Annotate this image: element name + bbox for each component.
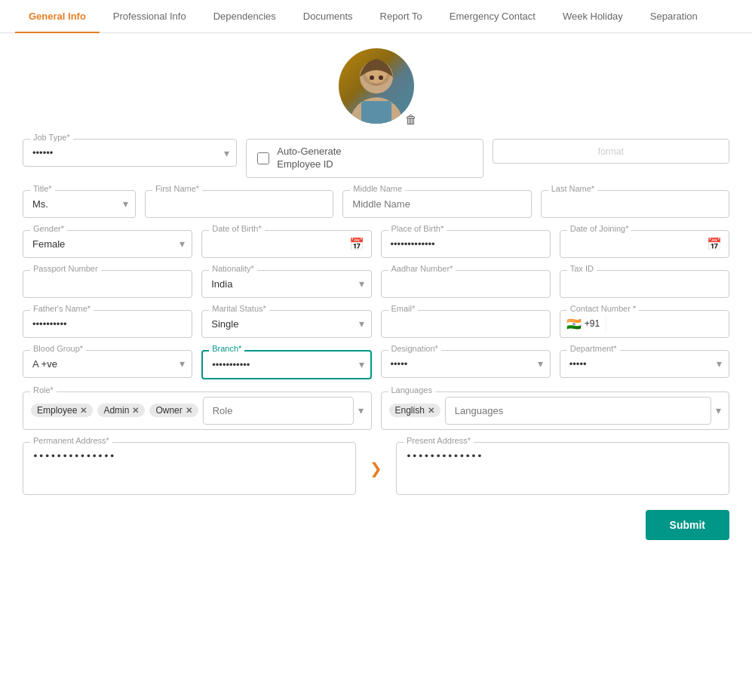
avatar-wrapper: 🗑 — [339, 48, 414, 124]
branch-select[interactable]: ••••••••••• — [201, 350, 371, 379]
tab-report-to[interactable]: Report To — [367, 0, 436, 32]
title-field: Title* Ms. Mr. Dr. — [23, 190, 136, 218]
india-flag-icon: 🇮🇳 — [566, 317, 582, 331]
row-job-type: Job Type* •••••• Auto-GenerateEmployee I… — [23, 139, 729, 178]
row-name: Title* Ms. Mr. Dr. First Name* Aswathy M… — [23, 190, 729, 218]
place-of-birth-label: Place of Birth* — [388, 224, 447, 233]
job-type-select[interactable]: •••••• — [23, 139, 237, 167]
tab-dependencies[interactable]: Dependencies — [200, 0, 290, 32]
aadhar-label: Aadhar Number* — [388, 264, 456, 273]
submit-row: Submit — [23, 510, 729, 540]
row-blood: Blood Group* A +ve B +ve O +ve Branch* •… — [23, 350, 729, 379]
tag-employee: Employee ✕ — [31, 404, 93, 417]
email-label: Email* — [388, 304, 419, 313]
remove-employee-tag[interactable]: ✕ — [80, 406, 87, 416]
date-joining-input[interactable]: 01/01/2020 — [560, 230, 729, 258]
tax-id-field: Tax ID 00000 — [560, 270, 729, 298]
department-select[interactable]: ••••• — [560, 350, 729, 378]
languages-field: Languages English ✕ ▾ — [381, 391, 730, 430]
marital-status-label: Marital Status* — [209, 304, 269, 313]
row-address: Permanent Address* •••••••••••••• ❯ Pres… — [23, 442, 729, 495]
tag-admin: Admin ✕ — [97, 404, 145, 417]
designation-select[interactable]: ••••• — [381, 350, 551, 378]
middle-name-input[interactable] — [342, 190, 531, 218]
aadhar-input[interactable]: 00000 — [381, 270, 551, 298]
father-name-label: Father's Name* — [30, 304, 94, 313]
contact-input[interactable]: 98000-00000 — [606, 311, 729, 337]
tab-separation[interactable]: Separation — [637, 0, 711, 32]
languages-dropdown-icon[interactable]: ▾ — [716, 404, 721, 416]
role-input[interactable] — [203, 397, 354, 425]
tab-emergency-contact[interactable]: Emergency Contact — [436, 0, 549, 32]
aadhar-field: Aadhar Number* 00000 — [381, 270, 551, 298]
branch-label: Branch* — [209, 344, 244, 353]
dob-field: Date of Birth* 25/01/1997 📅 — [201, 230, 371, 258]
marital-status-select[interactable]: Single Married — [201, 310, 371, 338]
tab-week-holiday[interactable]: Week Holiday — [549, 0, 637, 32]
first-name-label: First Name* — [152, 184, 202, 193]
place-of-birth-input[interactable] — [381, 230, 551, 258]
avatar[interactable] — [339, 48, 414, 124]
auto-generate-checkbox[interactable] — [257, 152, 269, 164]
blood-group-field: Blood Group* A +ve B +ve O +ve — [23, 350, 192, 378]
passport-label: Passport Number — [30, 264, 101, 273]
tab-general-info[interactable]: General Info — [15, 0, 100, 32]
tab-documents[interactable]: Documents — [290, 0, 367, 32]
languages-label: Languages — [388, 385, 435, 395]
svg-rect-7 — [361, 101, 391, 124]
permanent-address-input[interactable]: •••••••••••••• — [23, 442, 356, 495]
tax-id-label: Tax ID — [567, 264, 597, 273]
tab-professional-info[interactable]: Professional Info — [100, 0, 200, 32]
dob-calendar-icon[interactable]: 📅 — [349, 237, 364, 251]
copy-address-button[interactable]: ❯ — [365, 444, 387, 493]
dob-input[interactable]: 25/01/1997 — [201, 230, 371, 258]
present-address-input[interactable]: ••••••••••••• — [396, 442, 729, 495]
delete-avatar-button[interactable]: 🗑 — [405, 113, 417, 127]
blood-group-select[interactable]: A +ve B +ve O +ve — [23, 350, 192, 378]
row-role: Role* Employee ✕ Admin ✕ Owner ✕ — [23, 391, 729, 430]
tax-id-input[interactable]: 00000 — [560, 270, 729, 298]
submit-button[interactable]: Submit — [646, 510, 729, 540]
row-passport: Passport Number 0000000 Nationality* Ind… — [23, 270, 729, 298]
format-text: format — [536, 146, 686, 157]
remove-owner-tag[interactable]: ✕ — [186, 406, 192, 416]
present-address-label: Present Address* — [404, 436, 474, 445]
language-input[interactable] — [445, 397, 711, 425]
employee-id-left[interactable]: 00 — [504, 146, 531, 157]
remove-admin-tag[interactable]: ✕ — [132, 406, 139, 416]
father-name-input[interactable] — [23, 310, 192, 338]
nationality-select[interactable]: India — [201, 270, 371, 298]
contact-number-label: Contact Number * — [567, 304, 639, 313]
tag-english: English ✕ — [389, 404, 440, 417]
last-name-input[interactable]: A S — [541, 190, 729, 218]
date-joining-field: Date of Joining* 01/01/2020 📅 — [560, 230, 729, 258]
title-select[interactable]: Ms. Mr. Dr. — [23, 190, 136, 218]
first-name-input[interactable]: Aswathy — [145, 190, 333, 218]
languages-tags-container[interactable]: English ✕ ▾ — [381, 391, 730, 430]
passport-field: Passport Number 0000000 — [23, 270, 192, 298]
joining-calendar-icon[interactable]: 📅 — [707, 237, 722, 251]
flag-prefix: 🇮🇳 +91 — [560, 317, 606, 331]
gender-select[interactable]: Female Male — [23, 230, 192, 258]
role-tags-container[interactable]: Employee ✕ Admin ✕ Owner ✕ ▾ — [23, 391, 372, 430]
employee-id-right[interactable]: 00 — [691, 146, 718, 157]
first-name-field: First Name* Aswathy — [145, 190, 333, 218]
svg-point-5 — [370, 75, 374, 80]
blood-group-label: Blood Group* — [30, 344, 86, 353]
present-address-field: Present Address* ••••••••••••• — [396, 442, 729, 495]
remove-english-tag[interactable]: ✕ — [428, 406, 434, 416]
last-name-field: Last Name* A S — [541, 190, 729, 218]
title-label: Title* — [30, 184, 55, 193]
auto-generate-label: Auto-GenerateEmployee ID — [277, 146, 341, 171]
branch-field: Branch* ••••••••••• — [201, 350, 371, 379]
passport-input[interactable]: 0000000 — [23, 270, 192, 298]
email-input[interactable]: aswathyas97@pg.cusat.ac.ir — [381, 310, 551, 338]
department-label: Department* — [567, 344, 620, 353]
svg-point-6 — [379, 75, 383, 80]
dob-label: Date of Birth* — [209, 224, 264, 233]
place-of-birth-field: Place of Birth* — [381, 230, 551, 258]
role-dropdown-icon[interactable]: ▾ — [358, 404, 364, 416]
row-father: Father's Name* Marital Status* Single Ma… — [23, 310, 729, 338]
tag-owner: Owner ✕ — [149, 404, 198, 417]
middle-name-field: Middle Name — [342, 190, 531, 218]
